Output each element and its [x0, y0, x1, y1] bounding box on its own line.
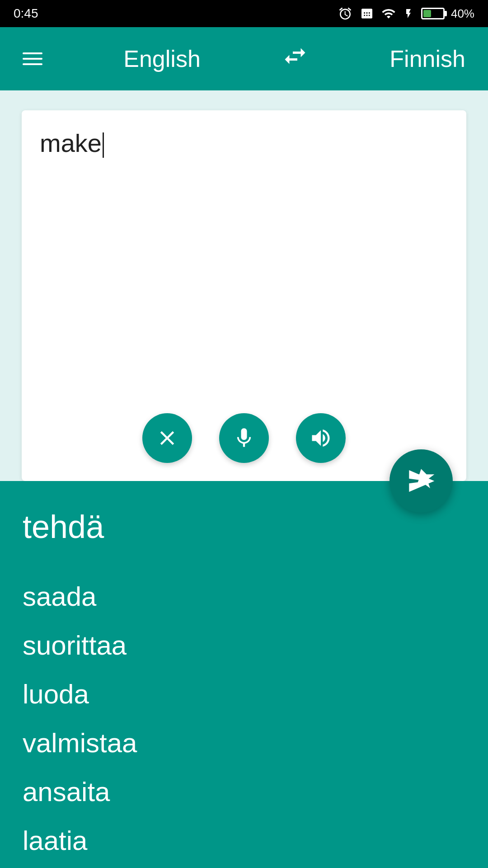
- speak-input-button[interactable]: [296, 413, 346, 463]
- sim-icon: [360, 6, 374, 21]
- target-language[interactable]: Finnish: [389, 45, 465, 72]
- input-actions: [22, 413, 466, 463]
- alarm-icon: [338, 6, 352, 21]
- status-icons: 40%: [338, 6, 474, 21]
- status-time: 0:45: [14, 6, 38, 21]
- translation-alternatives: saada suorittaa luoda valmistaa ansaita …: [23, 572, 465, 865]
- clear-button[interactable]: [142, 413, 192, 463]
- battery-icon: 40%: [421, 7, 474, 21]
- charging-icon: [403, 6, 414, 21]
- input-text: make: [40, 129, 102, 157]
- microphone-button[interactable]: [219, 413, 269, 463]
- alt-3: luoda: [23, 670, 465, 719]
- input-section: make: [11, 110, 477, 481]
- results-area: tehdä saada suorittaa luoda valmistaa an…: [0, 481, 488, 868]
- app-header: English Finnish: [0, 27, 488, 90]
- input-area[interactable]: make: [22, 110, 466, 481]
- source-language[interactable]: English: [123, 45, 201, 72]
- status-bar: 0:45 40%: [0, 0, 488, 27]
- battery-percent: 40%: [451, 7, 474, 21]
- alt-4: valmistaa: [23, 719, 465, 768]
- primary-translation: tehdä: [23, 508, 465, 545]
- translate-button[interactable]: [389, 449, 453, 513]
- alt-2: suorittaa: [23, 621, 465, 670]
- swap-languages-button[interactable]: [282, 42, 309, 75]
- menu-button[interactable]: [23, 52, 42, 65]
- alt-1: saada: [23, 572, 465, 621]
- alt-5: ansaita: [23, 768, 465, 816]
- text-cursor: [103, 132, 104, 158]
- signal-icon: [381, 6, 396, 21]
- alt-6: laatia: [23, 816, 465, 865]
